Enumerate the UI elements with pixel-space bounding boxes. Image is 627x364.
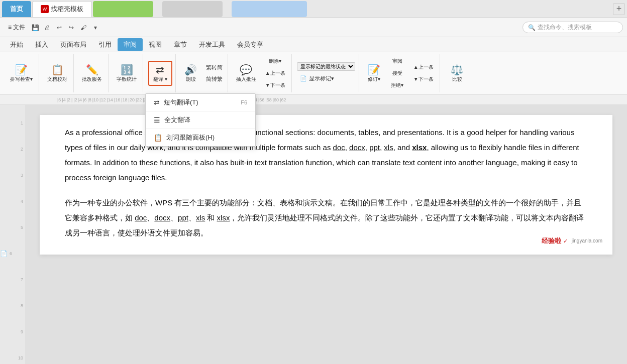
search-placeholder: 查找命令、搜索模板: [538, 23, 592, 32]
tab-reference[interactable]: 引用: [92, 38, 118, 51]
short-translate-shortcut: F6: [241, 99, 247, 105]
cn-xlsx-format: xlsx: [217, 213, 230, 222]
reject-button[interactable]: 拒绝▾: [387, 80, 407, 91]
short-translate-icon: ⇄: [154, 98, 160, 106]
ribbon-group-spell: 📝 拼写检查▾: [4, 54, 39, 92]
tab-review[interactable]: 审阅: [118, 38, 143, 51]
ribbon-group-comment: 💬 插入批注 删除▾ ▲上一条 ▼下一条: [230, 54, 292, 92]
ribbon-group-doccheck: 📋 文档校对: [41, 54, 74, 92]
spell-check-button[interactable]: 📝 拼写检查▾: [7, 62, 36, 85]
ruler: |6 |4 |2 | |2 |4 |6 |8 |10 |12 |14 |16 |…: [0, 95, 627, 105]
undo-icon[interactable]: ↩: [54, 23, 64, 33]
translate-button[interactable]: ⇄ 翻译 ▾: [148, 61, 172, 86]
track-changes-button[interactable]: 📝 修订▾: [364, 62, 384, 85]
content-area: 1 2 3 4 5 📄 6 7 8 9 10 11 12 13 14 15 16…: [0, 105, 627, 364]
word-count-icon: 🔢: [121, 64, 133, 76]
accept-button[interactable]: 接受: [387, 68, 407, 79]
cn-doc-format: doc: [135, 213, 147, 222]
show-markup-select[interactable]: 显示标记的最终状态: [297, 62, 355, 71]
app-window: 首页 W 找稻壳模板 + ≡ 文件 💾 🖨 ↩ ↪ 🖌 ▾ 🔍 查: [0, 0, 627, 364]
ribbon-group-compare: ⚖️ 比较: [442, 54, 472, 92]
prev-comment-button[interactable]: ▲上一条: [262, 68, 288, 79]
tab-green[interactable]: [93, 1, 153, 17]
tab-template[interactable]: W 找稻壳模板: [32, 1, 92, 17]
docx-format: docx: [349, 143, 365, 152]
ribbon-group-translate: ⇄ 翻译 ▾ ⇄ 短句翻译(T) F6 ☰ 全文翻译 📋: [145, 54, 176, 92]
next-change-button[interactable]: ▼下一条: [410, 74, 437, 85]
word-panel-icon: 📋: [154, 134, 162, 142]
review-button[interactable]: 审阅: [387, 56, 407, 67]
tab-view[interactable]: 视图: [143, 38, 168, 51]
cn-paragraph: 作为一种专业的办公软件，WPS 有三个主要的功能部分：文档、表格和演示文稿。在我…: [65, 195, 587, 240]
revision-button[interactable]: ✏️ 批改服务: [79, 62, 105, 85]
read-aloud-icon: 🔊: [184, 64, 197, 76]
trad-to-simp-button[interactable]: 繁转简: [204, 63, 225, 72]
show-markup-icon: 📄: [300, 75, 307, 82]
delete-comment-button[interactable]: 删除▾: [262, 56, 288, 67]
word-count-button[interactable]: 🔢 字数统计: [114, 62, 140, 85]
watermark-check: ✓: [563, 235, 568, 247]
xlsx-format: xlsx: [412, 143, 427, 152]
cn-docx-format: docx: [154, 213, 170, 222]
full-translate-label: 全文翻译: [164, 115, 190, 125]
revision-icon: ✏️: [86, 64, 98, 76]
translate-dropdown: ⇄ 短句翻译(T) F6 ☰ 全文翻译 📋 划词跟随面板(H): [145, 93, 256, 147]
document-page[interactable]: As a professional office software, WPS h…: [40, 115, 612, 255]
ribbon-group-markup: 显示标记的最终状态 📄 显示标记▾: [294, 54, 359, 92]
insert-comment-icon: 💬: [240, 64, 252, 76]
redo-icon[interactable]: ↪: [66, 23, 76, 33]
format-painter-icon[interactable]: 🖌: [78, 23, 88, 33]
full-translate-icon: ☰: [154, 116, 160, 124]
compare-button[interactable]: ⚖️ 比较: [447, 62, 467, 85]
ribbon-group-wordcount: 🔢 字数统计: [111, 54, 143, 92]
file-menu[interactable]: ≡ 文件: [4, 21, 29, 34]
cn-xls-format: xls: [196, 213, 205, 222]
save-icon[interactable]: 💾: [30, 23, 40, 33]
tab-member[interactable]: 会员专享: [231, 38, 269, 51]
ribbon-group-track: 📝 修订▾ 审阅 接受 拒绝▾ ▲上一条 ▼下一条: [361, 54, 440, 92]
menu-bar: ≡ 文件 💾 🖨 ↩ ↪ 🖌 ▾ 🔍 查找命令、搜索模板: [0, 18, 627, 37]
tab-add-button[interactable]: +: [613, 3, 625, 15]
ribbon-group-readaloud: 🔊 朗读 繁转简 简转繁: [178, 54, 228, 92]
doc-format: doc: [333, 143, 345, 152]
tab-dev-tools[interactable]: 开发工具: [193, 38, 231, 51]
next-comment-button[interactable]: ▼下一条: [262, 80, 288, 91]
page-break-icon: 📄: [0, 240, 8, 267]
track-changes-icon: 📝: [368, 64, 380, 76]
tab-chapter[interactable]: 章节: [168, 38, 193, 51]
print-icon[interactable]: 🖨: [42, 23, 52, 33]
show-markup-button[interactable]: 📄 显示标记▾: [297, 73, 356, 84]
line-numbers: 1 2 3 4 5 📄 6 7 8 9 10 11 12 13 14 15 16…: [0, 105, 25, 364]
tab-page-layout[interactable]: 页面布局: [54, 38, 92, 51]
doc-check-button[interactable]: 📋 文档校对: [44, 62, 70, 85]
tab-blue-right[interactable]: [232, 1, 307, 17]
toolbar-icons: 💾 🖨 ↩ ↪ 🖌 ▾: [30, 23, 100, 33]
read-aloud-button[interactable]: 🔊 朗读: [181, 62, 201, 85]
short-translate-item[interactable]: ⇄ 短句翻译(T) F6: [146, 94, 255, 111]
ppt-format: ppt: [369, 143, 380, 152]
tab-insert[interactable]: 插入: [29, 38, 54, 51]
ribbon-tabs: 开始 插入 页面布局 引用 审阅 视图 章节 开发工具 会员专享: [0, 37, 627, 52]
translate-icon: ⇄: [156, 64, 164, 76]
spell-check-icon: 📝: [15, 64, 28, 76]
short-translate-label: 短句翻译(T): [164, 98, 198, 107]
tab-start[interactable]: 开始: [4, 38, 29, 51]
more-icon[interactable]: ▾: [90, 23, 100, 33]
word-panel-item[interactable]: 📋 划词跟随面板(H): [146, 129, 255, 146]
watermark-text: 经验啦: [542, 234, 561, 248]
tab-gray[interactable]: [162, 1, 223, 17]
full-translate-item[interactable]: ☰ 全文翻译: [146, 111, 255, 129]
ribbon-content: 📝 拼写检查▾ 📋 文档校对 ✏️ 批改服务: [0, 52, 627, 95]
wps-icon: W: [41, 5, 49, 13]
search-box[interactable]: 🔍 查找命令、搜索模板: [522, 22, 623, 33]
page-wrapper[interactable]: As a professional office software, WPS h…: [25, 105, 627, 364]
prev-change-button[interactable]: ▲上一条: [410, 62, 437, 73]
insert-comment-button[interactable]: 💬 插入批注: [233, 62, 259, 85]
xls-format: xls: [384, 143, 393, 152]
ribbon-group-revision: ✏️ 批改服务: [76, 54, 109, 92]
watermark: 经验啦 ✓ jingyanla.com: [542, 233, 602, 249]
cn-ppt-format: ppt: [178, 213, 188, 222]
tab-bar: 首页 W 找稻壳模板 +: [0, 0, 627, 18]
tab-home[interactable]: 首页: [2, 1, 31, 17]
simp-to-trad-button[interactable]: 简转繁: [204, 74, 225, 84]
